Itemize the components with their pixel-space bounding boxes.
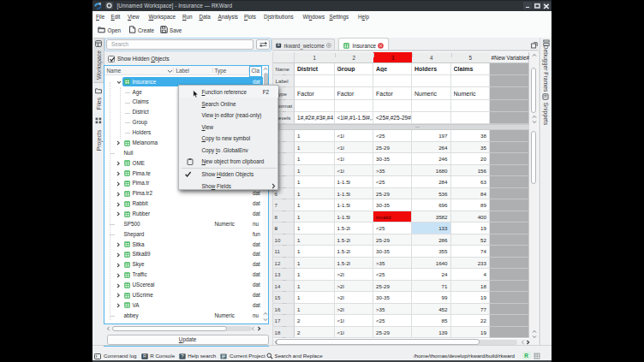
svg-text:?: ? [181,353,183,359]
svg-text:R: R [143,353,146,359]
